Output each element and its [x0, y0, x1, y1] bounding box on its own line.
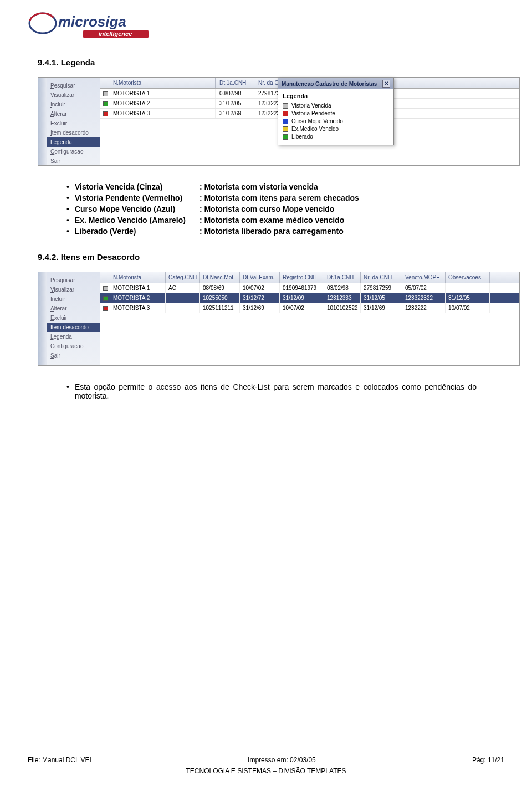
- column-header[interactable]: [100, 272, 110, 283]
- sidebar-item[interactable]: Pesquisar: [47, 275, 100, 285]
- table-header-2: N.MotoristaCateg.CNHDt.Nasc.Mot.Dt.Val.E…: [100, 272, 519, 283]
- bullet-item: •Ex. Medico Vencido (Amarelo): Motorista…: [66, 216, 504, 224]
- table-row[interactable]: MOTORISTA 2: [100, 99, 217, 109]
- sidebar-item[interactable]: Item desacordo: [47, 323, 100, 332]
- column-header[interactable]: [100, 78, 110, 88]
- sidebar-item[interactable]: Item desacordo: [47, 128, 100, 137]
- legend-item: Vistoria Vencida: [283, 103, 389, 109]
- sidebar-item[interactable]: Incluir: [47, 100, 100, 109]
- table-row[interactable]: MOTORISTA 1AC08/08/6910/07/0201909461979…: [100, 283, 519, 293]
- svg-text:intelligence: intelligence: [99, 30, 132, 37]
- body-paragraph: • Esta opção permite o acesso aos itens …: [66, 382, 477, 400]
- table-row[interactable]: MOTORISTA 1: [100, 89, 217, 99]
- sidebar-item[interactable]: Sair: [47, 351, 100, 360]
- column-header[interactable]: Observacoes: [446, 272, 490, 283]
- screenshot-desacordo: PesquisarVisualizarIncluirAlterarExcluir…: [38, 272, 520, 366]
- page-footer: File: Manual DCL VEI Impresso em: 02/03/…: [28, 756, 504, 764]
- section-title-1: 9.4.1. Legenda: [38, 58, 504, 67]
- sidebar-item[interactable]: Configuracao: [47, 341, 100, 351]
- table-header-left: N.Motorista: [100, 78, 217, 89]
- sidebar-item[interactable]: Incluir: [47, 294, 100, 304]
- sidebar-item[interactable]: Alterar: [47, 304, 100, 313]
- footer-right: Pág: 11/21: [472, 756, 504, 764]
- legend-item: Ex.Medico Vencido: [283, 126, 389, 132]
- footer-center: Impresso em: 02/03/05: [248, 756, 316, 764]
- svg-text:microsiga: microsiga: [58, 13, 126, 30]
- legend-item: Curso Mope Vencido: [283, 118, 389, 124]
- popup-title-text: Manutencao Cadastro de Motoristas: [282, 81, 377, 87]
- legend-popup: Manutencao Cadastro de Motoristas ✕ Lege…: [278, 78, 394, 145]
- column-header[interactable]: N.Motorista: [110, 272, 166, 283]
- screenshot-legenda: PesquisarVisualizarIncluirAlterarExcluir…: [38, 77, 520, 166]
- table-row[interactable]: MOTORISTA 3: [100, 109, 217, 119]
- sidebar-item[interactable]: Excluir: [47, 313, 100, 323]
- legend-item: Vistoria Pendente: [283, 110, 389, 116]
- sidebar-item[interactable]: Excluir: [47, 119, 100, 128]
- bullet-item: •Liberado (Verde): Motorista liberado pa…: [66, 227, 504, 236]
- side-gradient: [38, 78, 47, 165]
- table-row[interactable]: MOTORISTA 3102511121131/12/6910/07/02101…: [100, 303, 519, 313]
- sidebar-item[interactable]: Visualizar: [47, 90, 100, 100]
- bullet-icon: •: [66, 382, 69, 391]
- column-header[interactable]: Vencto.MOPE: [402, 272, 446, 283]
- legend-bullets: •Vistoria Vencida (Cinza): Motorista com…: [66, 182, 504, 236]
- column-header[interactable]: Registro CNH: [280, 272, 324, 283]
- popup-titlebar: Manutencao Cadastro de Motoristas ✕: [278, 78, 393, 89]
- sidebar-2: PesquisarVisualizarIncluirAlterarExcluir…: [47, 272, 100, 365]
- section-title-2: 9.4.2. Itens em Desacordo: [38, 252, 504, 262]
- column-header[interactable]: Dt.1a.CNH: [324, 272, 361, 283]
- sidebar-item[interactable]: Pesquisar: [47, 81, 100, 90]
- column-header[interactable]: N.Motorista: [110, 78, 216, 88]
- sidebar-item[interactable]: Legenda: [47, 332, 100, 341]
- main-panel-1: N.Motorista MOTORISTA 1MOTORISTA 2MOTORI…: [100, 78, 519, 165]
- column-header[interactable]: Dt.1a.CNH: [217, 78, 255, 88]
- column-header[interactable]: Nr. da CNH: [361, 272, 402, 283]
- bullet-item: •Curso Mope Vencido (Azul): Motorista co…: [66, 205, 504, 213]
- side-gradient: [38, 272, 47, 365]
- footer-left: File: Manual DCL VEI: [28, 756, 91, 764]
- table-row[interactable]: MOTORISTA 21025505031/12/7231/12/0912312…: [100, 293, 519, 303]
- column-header[interactable]: Categ.CNH: [166, 272, 200, 283]
- sidebar-1: PesquisarVisualizarIncluirAlterarExcluir…: [47, 78, 100, 165]
- column-header[interactable]: Dt.Nasc.Mot.: [200, 272, 240, 283]
- legend-item: Liberado: [283, 134, 389, 140]
- sidebar-item[interactable]: Sair: [47, 156, 100, 166]
- sidebar-item[interactable]: Alterar: [47, 109, 100, 119]
- popup-label: Legenda: [283, 93, 389, 99]
- bullet-item: •Vistoria Vencida (Cinza): Motorista com…: [66, 182, 504, 191]
- bullet-item: •Vistoria Pendente (Vermelho): Motorista…: [66, 193, 504, 202]
- sidebar-item[interactable]: Legenda: [47, 137, 100, 147]
- main-panel-2: N.MotoristaCateg.CNHDt.Nasc.Mot.Dt.Val.E…: [100, 272, 519, 365]
- logo: microsiga intelligence: [28, 11, 155, 44]
- sidebar-item[interactable]: Visualizar: [47, 285, 100, 294]
- paragraph-text: Esta opção permite o acesso aos itens de…: [75, 382, 477, 400]
- close-icon[interactable]: ✕: [382, 80, 390, 88]
- sidebar-item[interactable]: Configuracao: [47, 147, 100, 156]
- footer-sub: TECNOLOGIA E SISTEMAS – DIVISÃO TEMPLATE…: [0, 767, 532, 775]
- column-header[interactable]: Dt.Val.Exam.: [240, 272, 280, 283]
